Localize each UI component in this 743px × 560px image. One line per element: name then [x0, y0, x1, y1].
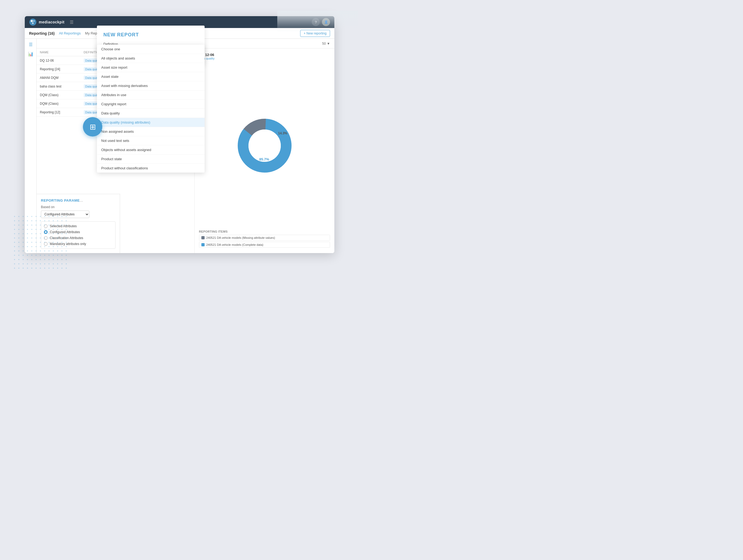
legend-dot-missing [201, 236, 205, 239]
chart-panel: DQ 12-06 Data quality 14.3% 85.7% [194, 48, 334, 253]
legend-title: Reporting items [199, 230, 330, 233]
attribute-options: Selected Attributes Configured Attribute… [41, 221, 116, 249]
col-name: Name [37, 48, 81, 56]
dropdown-item[interactable]: All objects and assets [97, 54, 205, 63]
svg-point-2 [33, 20, 35, 22]
radio-mandatory-circle [44, 242, 48, 246]
fab-icon: ⊞ [90, 123, 96, 131]
dropdown-item[interactable]: Not used text sets [97, 136, 205, 145]
sidebar-list-icon[interactable]: ☰ [29, 42, 33, 47]
sidebar-chart-icon[interactable]: 📊 [28, 51, 33, 56]
chart-title: DQ 12-06 [199, 53, 330, 57]
dropdown-item[interactable]: Non assigned assets [97, 127, 205, 136]
page-size[interactable]: 50 ▼ [322, 42, 330, 45]
user-avatar[interactable]: 👤 [322, 18, 330, 26]
chart-subtitle: Data quality [199, 57, 330, 60]
logo-text: mediacockpit [39, 20, 64, 24]
new-reporting-button[interactable]: + New reporting [300, 30, 330, 37]
logo-area: mediacockpit [29, 18, 64, 26]
params-title: REPORTING PARAME... [41, 199, 116, 203]
sidebar: ☰ 📊 [25, 39, 37, 253]
dropdown-item[interactable]: Asset size report [97, 63, 205, 72]
chart-legend: Reporting items 240521 DA vehicle models… [199, 230, 330, 249]
svg-point-6 [249, 129, 281, 162]
dropdown-item[interactable]: Product state [97, 155, 205, 164]
based-on-select[interactable]: Configured Attributes [41, 211, 89, 218]
dropdown-item[interactable]: Asset state [97, 72, 205, 81]
donut-chart: 14.3% 85.7% [199, 63, 330, 228]
radio-configured-attributes[interactable]: Configured Attributes [44, 230, 113, 234]
dropdown-item[interactable]: Data quality (missing attributes) [97, 118, 205, 127]
svg-point-1 [31, 20, 33, 22]
based-on-label: Based on [41, 205, 116, 209]
cell-name: baha class test [37, 82, 81, 91]
reporting-params-panel: REPORTING PARAME... Based on Configured … [37, 194, 120, 253]
page-title: Reporting (16) [29, 31, 55, 36]
legend-dot-complete [201, 243, 205, 246]
cell-name: Reporting [12] [37, 108, 81, 117]
cell-name: Reporting [24] [37, 65, 81, 74]
dropdown-item[interactable]: Objects without assets assigned [97, 145, 205, 155]
cell-name: DQM (Class) [37, 91, 81, 99]
svg-point-3 [32, 23, 34, 24]
radio-classification-attributes[interactable]: Classification Attributes [44, 236, 113, 240]
definition-dropdown-menu: Choose oneAll objects and assetsAsset si… [97, 45, 205, 173]
radio-configured-attrs-circle [44, 230, 48, 234]
radio-selected-attributes[interactable]: Selected Attributes [44, 224, 113, 228]
radio-mandatory-only[interactable]: Mandatory attributes only [44, 242, 113, 246]
cell-name: AMANI DQM [37, 74, 81, 82]
new-report-title: NEW REPORT [103, 32, 198, 38]
dropdown-item[interactable]: Attributes in use [97, 90, 205, 100]
fab-button[interactable]: ⊞ [83, 117, 102, 136]
hamburger-icon[interactable]: ☰ [70, 20, 74, 25]
legend-item-complete: 240521 DA vehicle models (Complete data) [199, 242, 330, 248]
radio-selected-attrs-circle [44, 224, 48, 228]
svg-text:85.7%: 85.7% [259, 157, 269, 161]
logo-icon [29, 18, 37, 26]
svg-point-0 [29, 18, 36, 26]
topbar-actions: ? 👤 [312, 18, 330, 26]
dropdown-item[interactable]: Product without classifications [97, 164, 205, 173]
help-button[interactable]: ? [312, 18, 320, 26]
radio-classification-circle [44, 236, 48, 240]
cell-name: DQ 12-06 [37, 56, 81, 65]
cell-name: DQM (Class) [37, 99, 81, 108]
dropdown-item[interactable]: Data quality [97, 109, 205, 118]
legend-item-missing: 240521 DA vehicle models (Missing attrib… [199, 235, 330, 241]
dropdown-item[interactable]: Asset with missing derivatives [97, 81, 205, 90]
tab-all-reportings[interactable]: All Reportings [59, 31, 81, 35]
dropdown-item[interactable]: Copyright report [97, 100, 205, 109]
svg-text:14.3%: 14.3% [278, 131, 287, 135]
dropdown-item[interactable]: Choose one [97, 45, 205, 54]
